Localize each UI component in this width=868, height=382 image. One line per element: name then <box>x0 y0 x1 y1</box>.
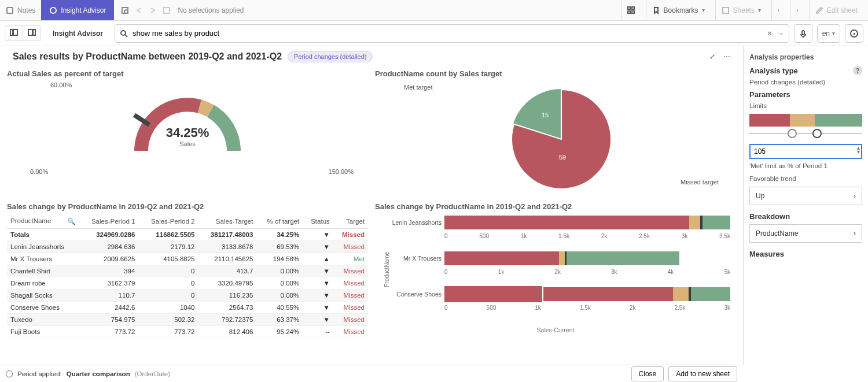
app-menu-icon[interactable] <box>621 0 641 20</box>
pane-toggle[interactable] <box>5 25 41 41</box>
submit-search-icon[interactable]: → <box>777 29 784 38</box>
axis-tick: 1.5k <box>558 233 569 239</box>
gauge-sub: Sales <box>166 140 209 147</box>
bar-chart[interactable]: ProductName Lenin Jeansshorts05001k1.5k2… <box>375 214 736 337</box>
axis-tick: 1.5k <box>580 305 591 311</box>
bar-category: Lenin Jeansshorts <box>378 219 442 226</box>
voice-input-button[interactable] <box>794 24 812 43</box>
axis-tick: 500 <box>479 233 489 239</box>
pie-met-label: Met target <box>404 84 433 91</box>
col-header[interactable]: Status <box>303 214 333 229</box>
col-header[interactable]: Sales-Target <box>198 214 257 229</box>
search-icon <box>120 29 128 38</box>
chevron-right-icon: › <box>854 192 856 200</box>
limit-input[interactable] <box>749 144 862 159</box>
bar-category: Mr X Trousers <box>378 255 442 262</box>
table-row[interactable]: Lenin Jeansshorts2984.6362179.123133.867… <box>7 241 368 253</box>
axis-tick: 2k <box>601 233 608 239</box>
fullscreen-icon[interactable]: ⤢ <box>709 53 715 61</box>
svg-rect-0 <box>7 8 13 13</box>
next-sheet-button[interactable]: › <box>790 0 804 20</box>
step-back-icon[interactable] <box>135 6 143 14</box>
breakdown-heading: Breakdown <box>749 212 790 221</box>
table-row[interactable]: Tuxedo754.975502.32792.7237563.37%▼Misse… <box>7 314 368 326</box>
secondary-bar: Insight Advisor ✕ → en▾ <box>0 21 868 46</box>
pie-missed-label: Missed target <box>681 179 719 186</box>
table-row[interactable]: Chantell Shirt3940413.70.00%▼Missed <box>7 265 368 277</box>
notes-icon <box>6 6 14 14</box>
chevron-down-icon: ▾ <box>832 30 835 36</box>
table-row[interactable]: Dream robe3162.37903320.497950.00%▼Misse… <box>7 277 368 290</box>
svg-point-1 <box>50 8 56 13</box>
gauge-title: Actual Sales as percent of target <box>7 69 368 78</box>
edit-sheet-button[interactable]: Edit sheet <box>809 0 863 20</box>
table-row[interactable]: Shagall Socks110.70116.2350.00%▼Missed <box>7 290 368 302</box>
bar-category: Conserve Shoes <box>378 291 442 298</box>
col-header[interactable]: Target <box>333 214 368 229</box>
search-input[interactable] <box>133 29 762 38</box>
params-heading: Parameters <box>749 90 790 99</box>
breakdown-value: ProductName <box>756 229 798 238</box>
help-button[interactable] <box>845 24 863 43</box>
bookmark-icon <box>652 6 660 14</box>
slider-thumb-1[interactable] <box>788 129 797 138</box>
no-selection-label: No selections applied <box>178 6 244 14</box>
sales-table[interactable]: ProductName🔍Sales-Period 1Sales-Period 2… <box>7 214 368 338</box>
notes-button[interactable]: Notes <box>0 0 41 20</box>
table-row[interactable]: Mr X Trousers2009.66254105.88252110.1456… <box>7 253 368 265</box>
period-dim: (OrderDate) <box>135 370 170 377</box>
stepper-icon[interactable]: ▴▾ <box>857 146 860 154</box>
show-fields-icon[interactable] <box>5 26 23 40</box>
pencil-icon <box>815 6 823 14</box>
bookmarks-label: Bookmarks <box>664 6 698 14</box>
svg-rect-5 <box>628 7 630 9</box>
trend-select[interactable]: Up› <box>749 187 862 205</box>
svg-rect-10 <box>10 29 13 35</box>
table-row[interactable]: Fuji Boots773.72773.72812.40695.24%--Mis… <box>7 326 368 338</box>
close-button[interactable]: Close <box>631 366 664 381</box>
trend-heading: Favorable trend <box>749 175 862 182</box>
pie-chart[interactable]: 15 59 Met target Missed target <box>375 81 736 197</box>
gauge-max: 150.00% <box>329 168 354 175</box>
footer-bar: Period applied: Quarter comparison (Orde… <box>0 365 743 382</box>
period-label: Period applied: <box>17 370 62 377</box>
clear-search-icon[interactable]: ✕ <box>767 29 773 38</box>
svg-rect-12 <box>28 29 32 35</box>
smart-search-icon[interactable] <box>121 6 129 14</box>
analysis-type-badge[interactable]: Period changes (detailed) <box>288 51 373 62</box>
add-to-sheet-button[interactable]: Add to new sheet <box>668 366 737 381</box>
lang-select[interactable]: en▾ <box>817 24 840 43</box>
gauge-mid: 60.00% <box>50 81 72 88</box>
barchart-panel: Sales change by ProductName in 2019-Q2 a… <box>375 200 736 361</box>
col-header[interactable]: % of target <box>256 214 303 229</box>
bar-xlabel: Sales-Current <box>375 327 736 333</box>
sheets-label: Sheets <box>733 6 755 14</box>
col-search-icon[interactable]: 🔍 <box>67 217 75 225</box>
col-header[interactable]: Sales-Period 2 <box>138 214 198 229</box>
axis-tick: 1k <box>535 305 541 311</box>
main-area: Sales results by ProductName between 201… <box>0 46 868 365</box>
limits-slider[interactable] <box>749 129 862 138</box>
show-props-icon[interactable] <box>23 26 41 40</box>
more-icon[interactable]: ⋯ <box>723 53 730 61</box>
insight-advisor-button[interactable]: Insight Advisor <box>41 0 114 20</box>
lang-value: en <box>822 29 830 38</box>
breakdown-select[interactable]: ProductName› <box>749 224 862 243</box>
col-header[interactable]: Sales-Period 1 <box>79 214 138 229</box>
svg-rect-9 <box>723 8 729 13</box>
pie-met-count: 15 <box>542 112 549 118</box>
help-icon[interactable]: ? <box>853 66 862 75</box>
table-title: Sales change by ProductName in 2019-Q2 a… <box>7 202 368 211</box>
chevron-right-icon: › <box>854 229 856 238</box>
col-header[interactable]: ProductName🔍 <box>7 214 79 229</box>
clear-sel-icon[interactable] <box>163 6 171 14</box>
sheets-button[interactable]: Sheets ▾ <box>715 0 767 20</box>
step-fwd-icon[interactable] <box>149 6 157 14</box>
search-box[interactable]: ✕ → <box>115 24 789 43</box>
slider-thumb-2[interactable] <box>812 129 822 138</box>
prev-sheet-button[interactable]: ‹ <box>771 0 785 20</box>
table-row[interactable]: Conserve Shoes2442.610402564.7340.55%▼Mi… <box>7 302 368 314</box>
bookmarks-button[interactable]: Bookmarks ▾ <box>646 0 711 20</box>
table-row[interactable]: Totals324969.0286116862.5505381217.48003… <box>7 229 368 241</box>
gauge-chart[interactable]: 34.25% Sales 0.00% 60.00% 150.00% <box>7 81 368 197</box>
